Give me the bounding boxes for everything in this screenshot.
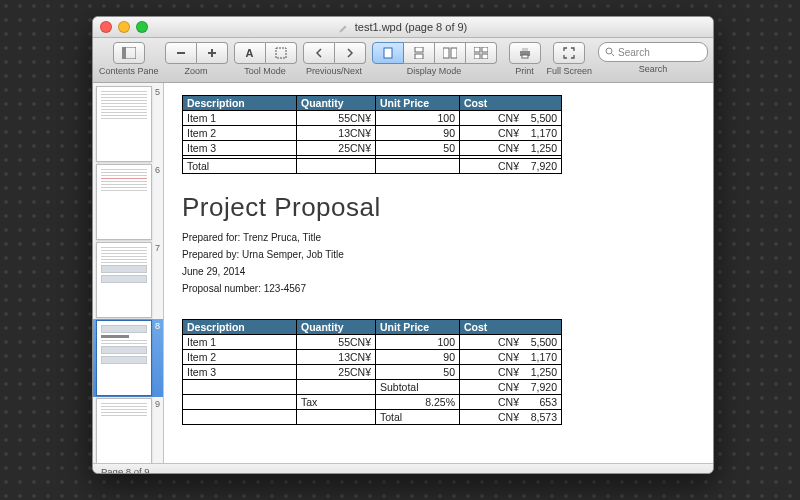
desktop: test1.wpd (page 8 of 9) Contents Pane [0,0,800,500]
two-page-icon [443,47,457,59]
table-total-row: Total CN¥ 8,573 [183,410,562,425]
thumbnail-page[interactable]: 9 [93,397,163,463]
thumbnail-number: 7 [155,243,160,253]
col-header: Unit Price [376,96,460,111]
tool-text-button[interactable]: A [234,42,266,64]
svg-rect-9 [443,48,449,58]
display-continuous-button[interactable] [404,42,435,64]
svg-rect-6 [384,48,392,58]
zoom-label: Zoom [185,66,208,76]
minimize-window-button[interactable] [118,21,130,33]
arrow-right-icon [345,48,355,58]
contents-pane-group: Contents Pane [99,42,159,76]
print-button[interactable] [509,42,541,64]
search-icon [605,47,615,57]
col-header: Quantity [297,320,376,335]
thumbnail-page[interactable]: 5 [93,85,163,163]
display-two-up-button[interactable] [435,42,466,64]
svg-rect-4 [211,49,213,57]
text-tool-icon: A [246,47,254,59]
col-header: Description [183,320,297,335]
single-page-icon [383,47,393,59]
svg-rect-14 [482,54,488,59]
window-title: test1.wpd (page 8 of 9) [355,21,468,33]
sidebar-icon [122,47,136,59]
zoom-out-button[interactable] [165,42,197,64]
svg-rect-5 [276,48,286,58]
fullscreen-icon [563,47,575,59]
svg-rect-2 [177,52,185,54]
app-window: test1.wpd (page 8 of 9) Contents Pane [92,16,714,474]
svg-rect-1 [122,47,126,59]
doc-meta: Prepared for: Trenz Pruca, Title Prepare… [182,229,695,297]
zoom-group: Zoom [165,42,228,76]
svg-point-18 [606,48,612,54]
display-single-button[interactable] [372,42,404,64]
previous-page-button[interactable] [303,42,335,64]
fullscreen-group: Full Screen [547,42,593,76]
search-input[interactable]: Search [598,42,708,62]
next-page-button[interactable] [335,42,366,64]
thumbnail-number: 8 [155,321,160,331]
col-header: Unit Price [376,320,460,335]
arrow-left-icon [314,48,324,58]
search-label: Search [639,64,668,74]
two-continuous-icon [474,47,488,59]
meta-date: June 29, 2014 [182,263,695,280]
table-row: Item 2 13CN¥ 90 CN¥ 1,170 [183,126,562,141]
table-row: Item 3 25CN¥ 50 CN¥ 1,250 [183,365,562,380]
close-window-button[interactable] [100,21,112,33]
document-viewer[interactable]: Description Quantity Unit Price Cost Ite… [164,83,713,463]
toolbar: Contents Pane Zoom A [93,38,713,83]
subtotal-row: Subtotal CN¥ 7,920 [183,380,562,395]
meta-proposal-number: Proposal number: 123-4567 [182,280,695,297]
col-header: Quantity [297,96,376,111]
col-header: Cost [460,96,562,111]
display-two-continuous-button[interactable] [466,42,497,64]
titlebar[interactable]: test1.wpd (page 8 of 9) [93,17,713,38]
col-header: Cost [460,320,562,335]
display-mode-group: Display Mode [372,42,497,76]
svg-line-19 [612,54,615,57]
thumbnail-sidebar[interactable]: 5 6 7 8 9 [93,83,164,463]
svg-rect-8 [415,54,423,59]
printer-icon [518,47,532,59]
window-body: 5 6 7 8 9 [93,83,713,463]
status-bar: Page 8 of 9 [93,463,713,474]
table-row: Item 3 25CN¥ 50 CN¥ 1,250 [183,141,562,156]
svg-rect-16 [522,48,528,51]
thumbnail-number: 5 [155,87,160,97]
status-text: Page 8 of 9 [101,466,150,474]
tool-mode-group: A Tool Mode [234,42,297,76]
svg-rect-17 [522,55,528,58]
meta-prepared-by: Prepared by: Urna Semper, Job Title [182,246,695,263]
svg-rect-12 [482,47,488,52]
document-proxy-icon[interactable] [339,24,348,33]
marquee-icon [275,47,287,59]
svg-rect-13 [474,54,480,59]
cost-table-top: Description Quantity Unit Price Cost Ite… [182,95,562,174]
svg-rect-10 [451,48,457,58]
prev-next-group: Previous/Next [303,42,366,76]
continuous-icon [414,47,424,59]
minus-icon [176,48,186,58]
print-group: Print [509,42,541,76]
thumbnail-number: 9 [155,399,160,409]
table-row: Item 2 13CN¥ 90 CN¥ 1,170 [183,350,562,365]
tool-select-button[interactable] [266,42,297,64]
search-placeholder: Search [618,47,650,58]
zoom-in-button[interactable] [197,42,228,64]
display-mode-label: Display Mode [407,66,462,76]
fullscreen-button[interactable] [553,42,585,64]
contents-pane-label: Contents Pane [99,66,159,76]
thumbnail-page[interactable]: 6 [93,163,163,241]
thumbnail-number: 6 [155,165,160,175]
col-header: Description [183,96,297,111]
document-title: Project Proposal [182,192,695,223]
tax-row: Tax 8.25% CN¥ 653 [183,395,562,410]
thumbnail-page[interactable]: 7 [93,241,163,319]
contents-pane-button[interactable] [113,42,145,64]
prev-next-label: Previous/Next [306,66,362,76]
thumbnail-page-selected[interactable]: 8 [93,319,163,397]
zoom-window-button[interactable] [136,21,148,33]
